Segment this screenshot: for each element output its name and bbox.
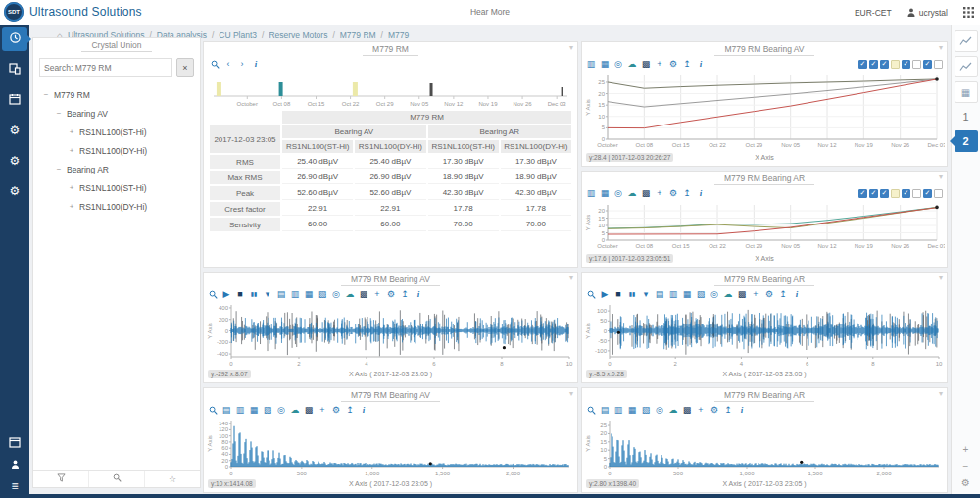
apps-grid-icon[interactable] xyxy=(963,7,974,18)
zoom-icon[interactable] xyxy=(208,289,218,300)
share-icon[interactable]: ↥ xyxy=(723,405,733,416)
rail-zoom-in-button[interactable]: + xyxy=(963,444,969,455)
series-checkbox-8[interactable] xyxy=(934,60,943,69)
info-icon[interactable]: i xyxy=(359,405,368,416)
grid-a-icon[interactable]: ▤ xyxy=(655,289,664,300)
rail-settings-button[interactable]: ⚙ xyxy=(961,477,970,488)
grid-b-icon[interactable]: ▥ xyxy=(235,405,245,416)
timeline-marker[interactable] xyxy=(562,87,564,96)
dropdown-icon[interactable]: ▾ xyxy=(641,289,651,300)
sidebar-item-data-analysis[interactable] xyxy=(2,27,27,51)
grid-d-icon[interactable]: ▧ xyxy=(641,405,651,416)
search-input[interactable] xyxy=(39,58,172,77)
share-icon[interactable]: ↥ xyxy=(345,405,355,416)
clear-search-button[interactable]: × xyxy=(176,58,194,77)
plus-icon[interactable]: + xyxy=(318,405,327,416)
next-icon[interactable]: › xyxy=(237,59,247,70)
timeline-marker[interactable] xyxy=(353,82,358,96)
breadcrumb-item[interactable]: M779 xyxy=(388,30,409,40)
share-icon[interactable]: ↥ xyxy=(682,59,692,70)
grid-a-icon[interactable]: ▤ xyxy=(221,405,231,416)
waveform-chart-av[interactable]: -400-2000200400Y Axis0246810 xyxy=(206,301,575,368)
layers-icon[interactable]: ▩ xyxy=(682,405,692,416)
cloud-icon[interactable]: ☁ xyxy=(668,405,678,416)
rail-data-table-icon[interactable]: ▦ xyxy=(955,81,978,103)
series-checkbox-4[interactable] xyxy=(891,60,900,69)
waveform-chart-ar[interactable]: -100-50050100Y Axis0246810 xyxy=(584,301,945,368)
plus-icon[interactable]: + xyxy=(372,289,382,300)
collapse-icon[interactable]: ▾ xyxy=(939,173,943,181)
share-icon[interactable]: ↥ xyxy=(682,188,692,199)
collapse-icon[interactable]: ▾ xyxy=(939,389,943,398)
target-icon[interactable]: ◎ xyxy=(710,289,719,300)
grid-c-icon[interactable]: ▦ xyxy=(304,289,314,300)
series-checkbox-5[interactable]: ✓ xyxy=(902,60,910,69)
series-checkbox-6[interactable] xyxy=(912,189,921,198)
cloud-icon[interactable]: ☁ xyxy=(627,188,637,199)
plus-icon[interactable]: + xyxy=(655,188,664,199)
series-checkbox-5[interactable]: ✓ xyxy=(902,189,910,198)
collapse-icon[interactable]: ▾ xyxy=(569,389,573,398)
gear-icon[interactable]: ⚙ xyxy=(668,59,678,70)
cloud-icon[interactable]: ☁ xyxy=(345,289,355,300)
columns-icon[interactable]: ▥ xyxy=(586,59,596,70)
info-icon[interactable]: i xyxy=(251,59,261,70)
sidebar-item-settings-c[interactable]: ⚙ xyxy=(2,179,27,203)
collapse-icon[interactable]: ▾ xyxy=(569,274,573,282)
expand-icon[interactable]: + xyxy=(67,127,76,136)
columns-icon[interactable]: ▥ xyxy=(586,188,596,199)
layers-icon[interactable]: ▩ xyxy=(359,289,368,300)
cloud-icon[interactable]: ☁ xyxy=(290,405,300,416)
rail-trend-chart-alt-icon[interactable] xyxy=(955,56,978,77)
share-icon[interactable]: ↥ xyxy=(778,289,788,300)
info-icon[interactable]: i xyxy=(792,289,802,300)
sidebar-item-calendar[interactable] xyxy=(2,433,27,453)
timeline-marker[interactable] xyxy=(430,83,433,96)
series-checkbox-7[interactable]: ✓ xyxy=(923,189,932,198)
timeline-marker[interactable] xyxy=(279,82,283,96)
grid-d-icon[interactable]: ▧ xyxy=(696,289,706,300)
grid-c-icon[interactable]: ▦ xyxy=(627,405,637,416)
prev-icon[interactable]: ‹ xyxy=(223,59,233,70)
expand-icon[interactable]: + xyxy=(67,146,76,155)
grid-d-icon[interactable]: ▧ xyxy=(318,289,327,300)
series-checkbox-4[interactable] xyxy=(891,189,900,198)
trend-chart-ar[interactable]: 05101520Y AxisOctoberOct 08Oct 15Oct 22O… xyxy=(584,200,945,252)
series-checkbox-8[interactable] xyxy=(934,189,943,198)
layers-icon[interactable]: ▩ xyxy=(641,59,651,70)
layers-icon[interactable]: ▩ xyxy=(737,289,747,300)
tree-item-rs1nl100-dy-hi-[interactable]: +RS1NL100(DY-Hi) xyxy=(37,197,196,216)
rail-zoom-out-button[interactable]: − xyxy=(963,461,969,472)
gear-icon[interactable]: ⚙ xyxy=(710,405,719,416)
plus-icon[interactable]: + xyxy=(655,59,664,70)
pause-icon[interactable]: ▮▮ xyxy=(249,289,259,300)
tree-item-bearing-ar[interactable]: −Bearing AR xyxy=(37,160,196,178)
zoom-icon[interactable] xyxy=(586,289,596,300)
series-checkbox-6[interactable] xyxy=(912,60,921,69)
tree-item-rs1nl100-dy-hi-[interactable]: +RS1NL100(DY-Hi) xyxy=(37,141,196,160)
series-checkbox-1[interactable]: ✓ xyxy=(858,189,867,198)
share-icon[interactable]: ↥ xyxy=(400,289,410,300)
sidebar-item-user[interactable] xyxy=(2,455,27,474)
stop-icon[interactable]: ■ xyxy=(613,289,623,300)
rail-page-1-button[interactable]: 1 xyxy=(956,107,977,126)
play-icon[interactable]: ▶ xyxy=(600,289,610,300)
series-checkbox-3[interactable]: ✓ xyxy=(880,189,889,198)
sidebar-item-menu[interactable]: ≡ xyxy=(2,476,27,496)
tree-item-rs1nl100-st-hi-[interactable]: +RS1NL100(ST-Hi) xyxy=(37,178,196,197)
trend-chart-av[interactable]: 0510152025Y AxisOctoberOct 08Oct 15Oct 2… xyxy=(584,71,945,151)
gear-icon[interactable]: ⚙ xyxy=(764,289,774,300)
plus-icon[interactable]: + xyxy=(751,289,760,300)
zoom-icon[interactable] xyxy=(208,405,218,416)
breadcrumb-item[interactable]: CU Plant3 xyxy=(219,30,257,40)
table-icon[interactable]: ▦ xyxy=(600,188,610,199)
info-icon[interactable]: i xyxy=(696,188,706,199)
tree-item-bearing-av[interactable]: −Bearing AV xyxy=(37,104,196,123)
cloud-icon[interactable]: ☁ xyxy=(627,59,637,70)
timeline-marker[interactable] xyxy=(217,82,221,96)
gear-icon[interactable]: ⚙ xyxy=(331,405,341,416)
sidebar-item-settings-a[interactable]: ⚙ xyxy=(2,119,27,142)
sidebar-item-instruments[interactable] xyxy=(2,58,27,81)
zoom-icon[interactable] xyxy=(586,405,596,416)
sidebar-item-work-orders[interactable] xyxy=(2,88,27,112)
